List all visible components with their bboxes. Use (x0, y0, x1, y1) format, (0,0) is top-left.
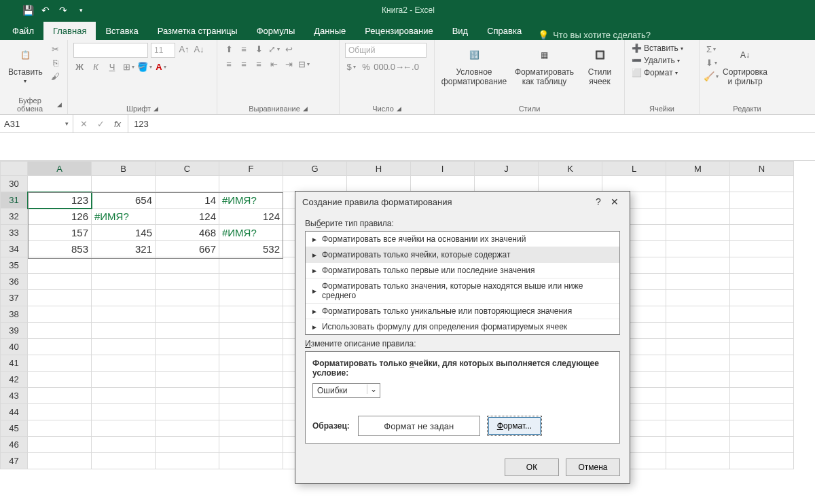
row-header[interactable]: 37 (1, 290, 28, 306)
cell[interactable] (156, 388, 219, 404)
cell[interactable] (219, 372, 283, 388)
format-painter-icon[interactable]: 🖌 (50, 70, 62, 82)
borders-icon[interactable]: ⊞ (122, 60, 134, 73)
tab-view[interactable]: Вид (443, 22, 478, 40)
column-header[interactable]: H (347, 162, 411, 176)
row-header[interactable]: 38 (1, 306, 28, 323)
increase-decimal-icon[interactable]: .0→ (390, 60, 402, 73)
cell[interactable]: #ИМЯ? (92, 209, 156, 225)
cancel-button[interactable]: Отмена (566, 458, 620, 476)
cell[interactable]: 654 (92, 192, 156, 209)
column-header[interactable]: A (28, 162, 92, 176)
cell[interactable] (666, 437, 730, 453)
cell[interactable] (219, 306, 283, 323)
cell[interactable] (219, 290, 283, 306)
select-all-corner[interactable] (1, 162, 28, 176)
cell[interactable] (92, 372, 156, 388)
row-header[interactable]: 31 (1, 192, 28, 209)
fill-icon[interactable]: ⬇ (705, 56, 717, 69)
row-header[interactable]: 45 (1, 420, 28, 437)
insert-cells-button[interactable]: ➕Вставить▾ (630, 43, 685, 54)
tab-page-layout[interactable]: Разметка страницы (148, 22, 247, 40)
cell[interactable] (730, 388, 794, 404)
cell[interactable] (156, 290, 219, 306)
cell[interactable] (28, 306, 92, 323)
cell[interactable] (219, 176, 283, 192)
column-header[interactable]: B (92, 162, 156, 176)
cell[interactable] (730, 257, 794, 274)
bold-button[interactable]: Ж (73, 60, 86, 73)
cell[interactable] (28, 388, 92, 404)
align-bottom-icon[interactable]: ⬇ (253, 43, 265, 55)
cell[interactable] (156, 274, 219, 290)
rule-type-item[interactable]: ►Форматировать только уникальные или пов… (306, 304, 619, 319)
cell[interactable]: 124 (219, 209, 283, 225)
align-right-icon[interactable]: ≡ (253, 58, 265, 70)
cell[interactable] (28, 420, 92, 437)
rule-type-item[interactable]: ►Форматировать только первые или последн… (306, 263, 619, 278)
cell[interactable] (730, 176, 794, 192)
column-header[interactable]: L (602, 162, 666, 176)
cell[interactable] (156, 420, 219, 437)
cell[interactable] (219, 404, 283, 420)
cancel-formula-icon[interactable]: ✕ (80, 119, 88, 129)
cell[interactable] (28, 372, 92, 388)
tab-data[interactable]: Данные (304, 22, 355, 40)
cell[interactable] (730, 274, 794, 290)
cell[interactable] (730, 404, 794, 420)
cell[interactable] (156, 372, 219, 388)
cell[interactable] (92, 323, 156, 339)
row-header[interactable]: 46 (1, 437, 28, 453)
cell[interactable] (28, 176, 92, 192)
cell[interactable] (92, 306, 156, 323)
cell[interactable]: 468 (156, 225, 219, 241)
cell[interactable] (92, 176, 156, 192)
cell[interactable] (156, 176, 219, 192)
row-header[interactable]: 34 (1, 241, 28, 257)
cell[interactable] (28, 323, 92, 339)
cell[interactable] (156, 453, 219, 469)
cell[interactable] (92, 257, 156, 274)
percent-icon[interactable]: % (360, 60, 372, 73)
cell[interactable] (219, 355, 283, 372)
tab-review[interactable]: Рецензирование (355, 22, 442, 40)
font-name-combo[interactable] (73, 43, 148, 58)
row-header[interactable]: 41 (1, 355, 28, 372)
cell[interactable] (730, 355, 794, 372)
align-left-icon[interactable]: ≡ (223, 58, 235, 70)
delete-cells-button[interactable]: ➖Удалить▾ (630, 55, 681, 66)
cell[interactable] (730, 453, 794, 469)
clear-icon[interactable]: 🧹 (705, 70, 717, 82)
cell[interactable] (666, 209, 730, 225)
rule-type-item[interactable]: ►Форматировать все ячейки на основании и… (306, 232, 619, 247)
cell[interactable] (28, 404, 92, 420)
rule-type-item[interactable]: ►Форматировать только значения, которые … (306, 278, 619, 304)
cell[interactable] (730, 290, 794, 306)
orientation-icon[interactable]: ⤢ (268, 43, 280, 55)
cell[interactable] (219, 323, 283, 339)
cell[interactable] (92, 453, 156, 469)
cell[interactable]: 124 (156, 209, 219, 225)
cell[interactable] (92, 355, 156, 372)
cell[interactable] (28, 453, 92, 469)
cell[interactable]: 123 (28, 192, 92, 209)
copy-icon[interactable]: ⎘ (50, 56, 62, 69)
cell[interactable] (28, 290, 92, 306)
cell[interactable] (28, 355, 92, 372)
cell[interactable] (92, 388, 156, 404)
cell[interactable] (156, 339, 219, 355)
cell[interactable] (283, 176, 347, 192)
column-header[interactable]: C (156, 162, 219, 176)
dialog-launcher-icon[interactable]: ◢ (57, 101, 62, 108)
cell[interactable] (730, 192, 794, 209)
cell[interactable] (156, 437, 219, 453)
underline-button[interactable]: Ч (106, 60, 118, 73)
format-button[interactable]: Формат... (488, 417, 541, 435)
row-header[interactable]: 32 (1, 209, 28, 225)
cell[interactable] (666, 225, 730, 241)
cell[interactable] (666, 306, 730, 323)
decrease-font-icon[interactable]: A↓ (193, 43, 205, 55)
cell[interactable] (156, 323, 219, 339)
cell[interactable] (219, 420, 283, 437)
column-header[interactable]: K (539, 162, 602, 176)
